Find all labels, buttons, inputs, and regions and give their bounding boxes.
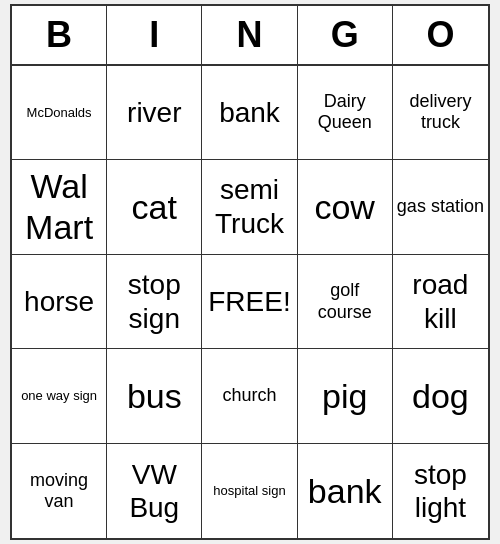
bingo-header: BINGO: [12, 6, 488, 66]
bingo-cell: hospital sign: [202, 444, 297, 539]
bingo-cell: river: [107, 66, 202, 161]
bingo-cell: bank: [298, 444, 393, 539]
bingo-cell: Dairy Queen: [298, 66, 393, 161]
bingo-cell: one way sign: [12, 349, 107, 444]
bingo-cell: VW Bug: [107, 444, 202, 539]
bingo-card: BINGO McDonaldsriverbankDairy Queendeliv…: [10, 4, 490, 541]
bingo-cell: cow: [298, 160, 393, 255]
bingo-cell: semi Truck: [202, 160, 297, 255]
header-letter: B: [12, 6, 107, 64]
bingo-cell: bus: [107, 349, 202, 444]
bingo-cell: moving van: [12, 444, 107, 539]
header-letter: I: [107, 6, 202, 64]
header-letter: G: [298, 6, 393, 64]
bingo-cell: cat: [107, 160, 202, 255]
bingo-cell: road kill: [393, 255, 488, 350]
bingo-cell: stop light: [393, 444, 488, 539]
bingo-cell: FREE!: [202, 255, 297, 350]
header-letter: O: [393, 6, 488, 64]
bingo-cell: dog: [393, 349, 488, 444]
bingo-cell: bank: [202, 66, 297, 161]
bingo-cell: McDonalds: [12, 66, 107, 161]
bingo-cell: golf course: [298, 255, 393, 350]
bingo-cell: horse: [12, 255, 107, 350]
header-letter: N: [202, 6, 297, 64]
bingo-cell: pig: [298, 349, 393, 444]
bingo-grid: McDonaldsriverbankDairy Queendelivery tr…: [12, 66, 488, 539]
bingo-cell: Wal Mart: [12, 160, 107, 255]
bingo-cell: church: [202, 349, 297, 444]
bingo-cell: gas station: [393, 160, 488, 255]
bingo-cell: delivery truck: [393, 66, 488, 161]
bingo-cell: stop sign: [107, 255, 202, 350]
